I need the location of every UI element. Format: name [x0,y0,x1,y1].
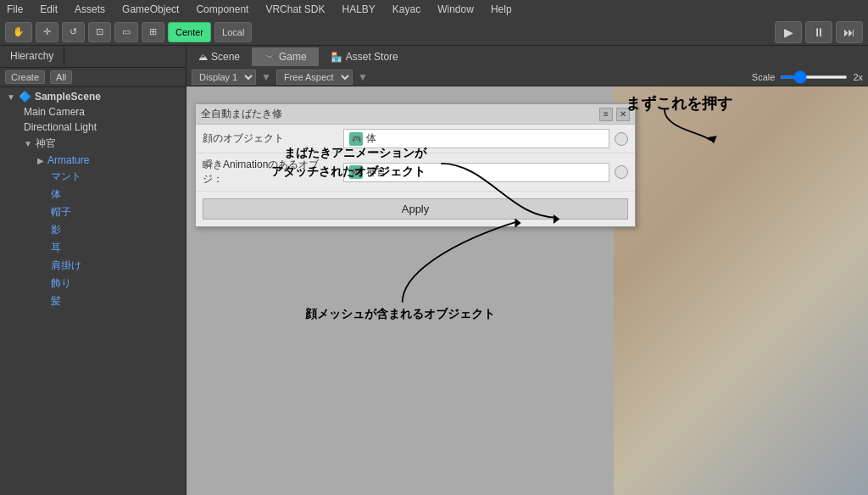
face-object-text: 体 [366,131,376,146]
blink-anim-row: 瞬きAnimationのあるオブジ： 🎮 神官 [196,153,635,192]
annotation-face-mesh: 顔メッシュが含まれるオブジェクト [305,307,495,322]
panel-settings-btn[interactable]: ≡ [599,108,613,121]
pause-btn[interactable]: ⏸ [805,21,832,43]
kazari-label: 飾り [51,276,71,291]
blink-anim-picker[interactable] [615,165,628,179]
hierarchy-item-kage[interactable]: 影 [0,221,186,239]
hierarchy-item-directional-light[interactable]: Directional Light [0,120,186,135]
hand-tool-btn[interactable]: ✋ [5,22,32,42]
local-btn[interactable]: Local [214,22,252,42]
armature-label: Armature [47,154,89,166]
rotate-tool-btn[interactable]: ↺ [62,22,85,42]
menu-kayac[interactable]: Kayac [389,2,424,17]
game-toolbar: Display 1 ▼ Free Aspect ▼ Scale 2x [186,68,868,86]
scene-name: SampleScene [35,91,101,103]
kami-label: 髪 [51,294,61,309]
boshi-label: 帽子 [51,205,71,220]
menu-help[interactable]: Help [487,2,515,17]
scene-tab-icon: ⛰ [198,52,208,62]
menu-vrchat-sdk[interactable]: VRChat SDK [262,2,328,17]
panel-close-btn[interactable]: ✕ [616,108,630,121]
menu-halby[interactable]: HALBY [338,2,378,17]
kata-label: 肩掛け [51,259,81,273]
main-layout: Hierarchy Create All ▼ 🔷 SampleScene Mai… [0,46,868,495]
center-btn[interactable]: Center [168,22,211,42]
scale-label: Scale [752,72,776,82]
create-btn[interactable]: Create [5,70,45,84]
create-bar: Create All [0,68,186,87]
scene-icon: 🔷 [19,91,31,103]
karada-label: 体 [51,187,61,202]
face-object-row: 顔のオブジェクト 🎮 体 [196,125,635,153]
transform-tool-btn[interactable]: ⊞ [142,22,164,42]
aspect-select[interactable]: Free Aspect [276,70,353,85]
scene-arrow: ▼ [7,92,15,102]
panel-controls: ≡ ✕ [599,108,630,121]
directional-light-label: Directional Light [24,121,97,133]
menu-gameobject[interactable]: GameObject [119,2,182,17]
right-tab-bar: ⛰ Scene 🎮 Game 🏪 Asset Store [186,46,868,68]
play-btn[interactable]: ▶ [775,21,802,43]
menu-component[interactable]: Component [192,2,252,17]
blink-anim-text: 神官 [366,165,387,180]
right-area: ⛰ Scene 🎮 Game 🏪 Asset Store Display 1 ▼… [186,46,868,495]
move-tool-btn[interactable]: ✛ [36,22,58,42]
menu-edit[interactable]: Edit [36,2,61,17]
menu-file[interactable]: File [3,2,26,17]
floating-panel: 全自動まばたき修 ≡ ✕ 顔のオブジェクト 🎮 体 [195,103,636,227]
face-object-value[interactable]: 🎮 体 [343,129,609,148]
hierarchy-item-main-camera[interactable]: Main Camera [0,104,186,120]
asset-store-tab[interactable]: 🏪 Asset Store [319,47,410,66]
face-object-picker[interactable] [615,132,628,146]
apply-row: Apply [196,192,635,226]
menu-window[interactable]: Window [434,2,477,17]
hierarchy-item-shinkann[interactable]: ▼ 神官 [0,135,186,153]
game-content: 全自動まばたき修 ≡ ✕ 顔のオブジェクト 🎮 体 [186,86,868,495]
scene-root[interactable]: ▼ 🔷 SampleScene [0,89,186,104]
kage-label: 影 [51,223,61,237]
blink-anim-label: 瞬きAnimationのあるオブジ： [203,158,338,186]
scale-slider[interactable] [780,75,848,79]
blink-anim-icon: 🎮 [349,165,363,179]
rect-tool-btn[interactable]: ▭ [114,22,138,42]
face-object-icon: 🎮 [349,132,363,146]
game-tab-label: Game [279,51,307,63]
hierarchy-item-karada[interactable]: 体 [0,186,186,203]
shinkann-arrow: ▼ [24,139,32,148]
main-camera-label: Main Camera [24,106,85,118]
scene-tab-label: Scene [211,51,240,63]
hierarchy-item-kami[interactable]: 髪 [0,292,186,310]
game-tab[interactable]: 🎮 Game [252,47,319,66]
step-btn[interactable]: ⏭ [836,21,863,43]
asset-store-tab-label: Asset Store [346,51,398,63]
hierarchy-item-boshi[interactable]: 帽子 [0,203,186,221]
shinkann-label: 神官 [36,136,56,151]
scene-tab[interactable]: ⛰ Scene [186,47,252,66]
hierarchy-tab-bar: Hierarchy [0,46,186,68]
hierarchy-panel: Hierarchy Create All ▼ 🔷 SampleScene Mai… [0,46,186,495]
game-background [614,86,868,495]
game-tab-icon: 🎮 [264,52,275,63]
menu-assets[interactable]: Assets [71,2,108,17]
mimi-label: 耳 [51,241,61,255]
floating-panel-title: 全自動まばたき修 [201,107,282,121]
hierarchy-item-armature[interactable]: ▶ Armature [0,153,186,168]
hierarchy-item-kazari[interactable]: 飾り [0,275,186,292]
floating-panel-header: 全自動まばたき修 ≡ ✕ [196,104,635,125]
blink-anim-value[interactable]: 🎮 神官 [343,163,609,182]
hierarchy-tab[interactable]: Hierarchy [0,46,64,67]
armature-arrow: ▶ [37,156,44,165]
apply-btn[interactable]: Apply [203,198,628,220]
asset-store-icon: 🏪 [331,52,342,63]
hierarchy-item-manto[interactable]: マント [0,168,186,186]
hierarchy-item-kata[interactable]: 肩掛け [0,257,186,275]
all-btn[interactable]: All [50,70,72,84]
menu-bar: File Edit Assets GameObject Component VR… [0,0,868,19]
scale-value: 2x [853,72,863,82]
display-select[interactable]: Display 1 [192,70,256,85]
hierarchy-tab-label: Hierarchy [10,50,53,62]
toolbar: ✋ ✛ ↺ ⊡ ▭ ⊞ Center Local ▶ ⏸ ⏭ [0,19,868,46]
scale-tool-btn[interactable]: ⊡ [88,22,111,42]
hierarchy-item-mimi[interactable]: 耳 [0,239,186,257]
manto-label: マント [51,170,81,184]
